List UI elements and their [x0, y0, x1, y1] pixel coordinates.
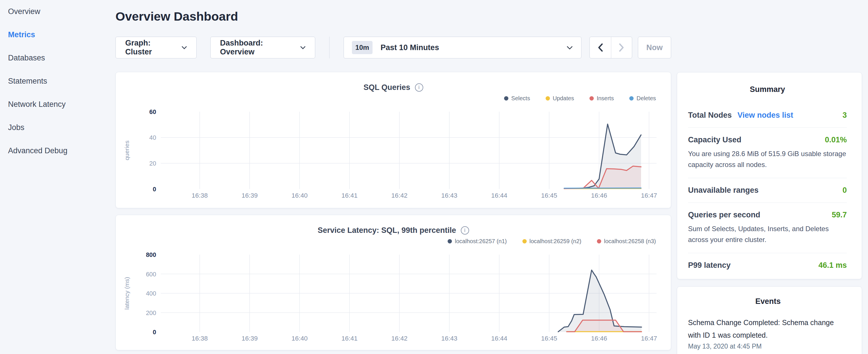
summary-panel: Summary Total NodesView nodes list3Capac… — [677, 72, 862, 279]
chevron-down-icon — [181, 45, 187, 50]
series-line-deletes — [564, 188, 641, 188]
chevron-down-icon — [300, 45, 306, 50]
sidebar-item-jobs[interactable]: Jobs — [0, 116, 116, 139]
summary-value: 0 — [842, 186, 847, 195]
main-content: Overview Dashboard Graph: Cluster Dashbo… — [116, 0, 671, 354]
y-tick-label: 0 — [153, 329, 156, 336]
x-tick-label: 16:38 — [192, 192, 208, 199]
chart-title-row: Service Latency: SQL, 99th percentilei — [116, 225, 671, 235]
legend-dot — [546, 96, 550, 100]
sidebar-item-statements[interactable]: Statements — [0, 70, 116, 93]
y-tick-label: 400 — [146, 290, 156, 297]
controls-divider — [329, 37, 330, 58]
x-tick-label: 16:39 — [242, 335, 258, 342]
y-axis-label: latency (ms) — [124, 277, 130, 310]
y-tick-label: 20 — [149, 160, 156, 167]
chevron-right-icon — [619, 43, 624, 52]
event-item[interactable]: Schema Change Completed: Schema change w… — [688, 316, 848, 350]
x-tick-label: 16:45 — [541, 335, 557, 342]
summary-row-p99-latency: P99 latency46.1 ms — [688, 253, 847, 278]
page-title: Overview Dashboard — [116, 9, 671, 23]
x-tick-label: 16:46 — [591, 192, 607, 199]
next-time-button[interactable] — [611, 37, 632, 58]
graph-scope-dropdown-label: Graph: Cluster — [125, 39, 175, 57]
view-nodes-list-link[interactable]: View nodes list — [738, 111, 794, 120]
x-tick-label: 16:44 — [491, 192, 507, 199]
charts-column: SQL QueriesiSelectsUpdatesInsertsDeletes… — [116, 72, 671, 350]
sidebar-item-advanced-debug[interactable]: Advanced Debug — [0, 139, 116, 162]
sidebar-item-metrics[interactable]: Metrics — [0, 23, 116, 46]
time-window-dropdown[interactable]: 10m Past 10 Minutes — [344, 37, 582, 58]
y-tick-label: 200 — [146, 310, 156, 317]
legend-item-updates: Updates — [546, 95, 574, 102]
chevron-left-icon — [597, 43, 603, 52]
x-tick-label: 16:38 — [192, 335, 208, 342]
x-tick-label: 16:43 — [441, 192, 457, 199]
x-tick-label: 16:41 — [341, 192, 358, 199]
legend-item-inserts: Inserts — [589, 95, 614, 102]
legend-label: localhost:26257 (n1) — [455, 238, 507, 245]
graph-scope-dropdown[interactable]: Graph: Cluster — [116, 37, 196, 58]
chart-title-row: SQL Queriesi — [116, 83, 671, 92]
x-tick-label: 16:47 — [641, 192, 657, 199]
x-tick-label: 16:46 — [591, 335, 607, 342]
now-button[interactable]: Now — [638, 37, 671, 58]
summary-description: Sum of Selects, Updates, Inserts, and De… — [688, 223, 847, 245]
sidebar: OverviewMetricsDatabasesStatementsNetwor… — [0, 0, 116, 354]
legend-dot — [504, 96, 508, 100]
legend-item-localhost-26259-n2: localhost:26259 (n2) — [522, 238, 582, 245]
chart-plot-area[interactable]: 0200400600800latency (ms)16:3816:3916:40… — [116, 246, 671, 344]
y-tick-label: 800 — [146, 252, 156, 258]
x-tick-label: 16:44 — [491, 335, 507, 342]
legend-dot — [589, 96, 594, 100]
x-tick-label: 16:43 — [441, 335, 457, 342]
dashboard-dropdown[interactable]: Dashboard: Overview — [210, 37, 315, 58]
summary-row-head: Capacity Used0.01% — [688, 135, 847, 144]
x-tick-label: 16:41 — [341, 335, 358, 342]
summary-row-queries-per-second: Queries per second59.7Sum of Selects, Up… — [688, 203, 847, 253]
event-text: Schema Change Completed: Schema change w… — [688, 316, 848, 342]
legend-label: localhost:26259 (n2) — [530, 238, 582, 245]
time-pager — [589, 37, 632, 58]
summary-value: 3 — [842, 111, 847, 120]
summary-value: 46.1 ms — [818, 261, 847, 270]
chart-plot-area[interactable]: 0204060queries16:3816:3916:4016:4116:421… — [116, 103, 671, 200]
time-window-label: Past 10 Minutes — [380, 43, 566, 52]
dashboard-controls: Graph: Cluster Dashboard: Overview 10m P… — [116, 36, 671, 59]
y-tick-label: 600 — [146, 271, 156, 278]
summary-label: Queries per second — [688, 211, 760, 219]
summary-value: 59.7 — [832, 211, 847, 219]
legend-label: Inserts — [597, 95, 614, 102]
chart-service-latency: Service Latency: SQL, 99th percentileilo… — [116, 215, 671, 350]
sidebar-item-network-latency[interactable]: Network Latency — [0, 93, 116, 116]
summary-row-head: Unavailable ranges0 — [688, 186, 847, 195]
summary-row-total-nodes: Total NodesView nodes list3 — [688, 103, 847, 128]
legend-item-localhost-26257-n1: localhost:26257 (n1) — [447, 238, 507, 245]
summary-row-head: P99 latency46.1 ms — [688, 261, 847, 270]
info-icon[interactable]: i — [415, 83, 423, 92]
chart-title: SQL Queries — [363, 83, 410, 92]
legend-label: Deletes — [637, 95, 656, 102]
summary-row-capacity-used: Capacity Used0.01%You are using 28.6 MiB… — [688, 128, 847, 178]
x-tick-label: 16:45 — [541, 192, 557, 199]
events-panel: Events Schema Change Completed: Schema c… — [677, 286, 862, 354]
dashboard-dropdown-label: Dashboard: Overview — [220, 39, 293, 57]
x-tick-label: 16:42 — [392, 335, 407, 342]
info-icon[interactable]: i — [461, 226, 469, 234]
chart-legend: localhost:26257 (n1)localhost:26259 (n2)… — [116, 237, 671, 246]
right-sidebar: Summary Total NodesView nodes list3Capac… — [677, 72, 862, 354]
time-window-badge: 10m — [352, 41, 373, 54]
event-timestamp: May 13, 2020 at 4:45 PM — [688, 343, 848, 350]
sidebar-item-databases[interactable]: Databases — [0, 46, 116, 70]
summary-panel-title: Summary — [688, 85, 847, 94]
events-panel-title: Events — [688, 297, 848, 306]
summary-value: 0.01% — [825, 135, 847, 144]
chart-legend: SelectsUpdatesInsertsDeletes — [116, 94, 671, 102]
legend-dot — [629, 96, 633, 100]
sidebar-item-overview[interactable]: Overview — [0, 0, 116, 23]
legend-label: Selects — [511, 95, 530, 102]
legend-item-deletes: Deletes — [629, 95, 656, 102]
chevron-down-icon — [566, 45, 573, 50]
y-tick-label: 60 — [149, 108, 156, 116]
prev-time-button[interactable] — [590, 37, 611, 58]
